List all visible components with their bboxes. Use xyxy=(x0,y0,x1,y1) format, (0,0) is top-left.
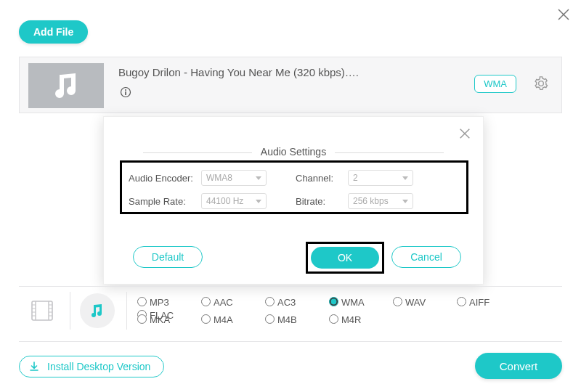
format-radio-group: MP3AACAC3WMAWAVAIFFFLACMKAM4AM4BM4R xyxy=(134,295,562,330)
info-icon[interactable] xyxy=(120,86,131,101)
convert-button[interactable]: Convert xyxy=(475,353,562,379)
format-option-mka[interactable]: MKA xyxy=(134,312,198,325)
sample-rate-label: Sample Rate: xyxy=(129,196,201,207)
format-option-m4r[interactable]: M4R xyxy=(325,312,389,325)
settings-grid: Audio Encoder: WMA8 Channel: 2 Sample Ra… xyxy=(129,168,463,214)
install-desktop-button[interactable]: Install Desktop Version xyxy=(19,356,164,377)
svg-point-1 xyxy=(125,89,126,91)
format-option-aac[interactable]: AAC xyxy=(198,295,261,308)
default-button[interactable]: Default xyxy=(133,246,203,268)
svg-rect-2 xyxy=(125,91,126,95)
format-option-ac3[interactable]: AC3 xyxy=(261,295,325,308)
sample-rate-select[interactable]: 44100 Hz xyxy=(201,193,267,209)
music-note-icon xyxy=(49,69,83,102)
install-desktop-label: Install Desktop Version xyxy=(47,361,150,372)
add-file-button[interactable]: Add File xyxy=(19,20,88,44)
file-title: Bugoy Drilon - Having You Near Me (320 k… xyxy=(118,66,359,78)
channel-label: Channel: xyxy=(296,173,348,184)
window-close-icon[interactable] xyxy=(556,6,571,25)
encoder-select[interactable]: WMA8 xyxy=(201,170,267,186)
bitrate-label: Bitrate: xyxy=(296,196,348,207)
divider xyxy=(70,292,70,330)
settings-gear-icon[interactable] xyxy=(534,76,548,94)
video-tab-icon[interactable] xyxy=(28,296,57,325)
format-strip: MP3AACAC3WMAWAVAIFFFLACMKAM4AM4BM4R xyxy=(19,289,562,332)
divider xyxy=(19,341,562,342)
channel-select[interactable]: 2 xyxy=(348,170,413,186)
bitrate-select[interactable]: 256 kbps xyxy=(348,193,413,209)
modal-title: Audio Settings xyxy=(104,146,483,158)
divider xyxy=(126,292,127,330)
format-option-m4b[interactable]: M4B xyxy=(261,312,325,325)
file-card: Bugoy Drilon - Having You Near Me (320 k… xyxy=(19,57,562,113)
format-option-m4a[interactable]: M4A xyxy=(198,312,261,325)
modal-close-icon[interactable] xyxy=(458,124,471,144)
format-option-wma[interactable]: WMA xyxy=(325,295,389,308)
audio-settings-modal: Audio Settings Audio Encoder: WMA8 Chann… xyxy=(103,116,484,285)
encoder-label: Audio Encoder: xyxy=(129,173,201,184)
output-format-badge[interactable]: WMA xyxy=(474,75,516,93)
divider xyxy=(19,286,562,287)
ok-highlight-box: OK xyxy=(306,242,384,274)
format-option-wav[interactable]: WAV xyxy=(389,295,453,308)
audio-tab-icon[interactable] xyxy=(80,293,115,328)
cancel-button[interactable]: Cancel xyxy=(391,246,461,268)
format-option-mp3[interactable]: MP3 xyxy=(134,295,198,308)
ok-button[interactable]: OK xyxy=(311,247,379,269)
file-thumbnail xyxy=(28,63,104,108)
download-icon xyxy=(28,361,40,372)
svg-rect-3 xyxy=(32,301,52,320)
format-option-aiff[interactable]: AIFF xyxy=(453,295,517,308)
